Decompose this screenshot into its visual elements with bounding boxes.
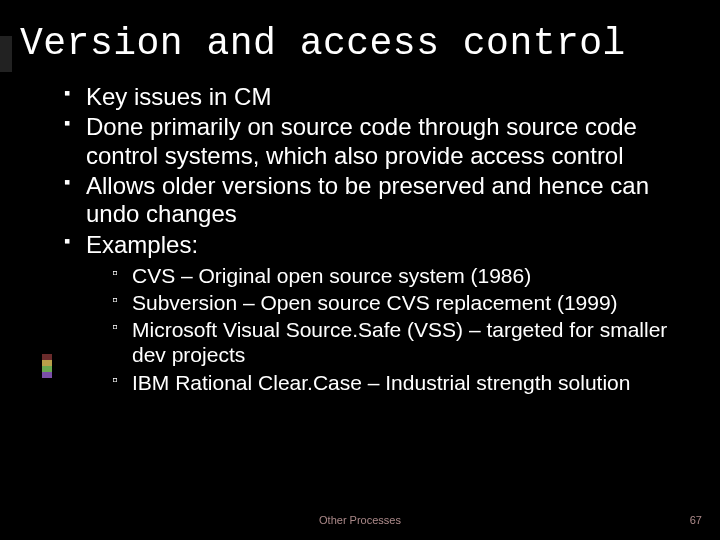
bullet-text: Done primarily on source code through so… — [86, 113, 637, 168]
bullet-item: Examples: CVS – Original open source sys… — [64, 231, 680, 395]
title-accent-block — [0, 36, 12, 72]
sub-bullet-text: Subversion – Open source CVS replacement… — [132, 291, 618, 314]
sub-bullet-item: CVS – Original open source system (1986) — [112, 263, 680, 288]
sub-bullet-text: CVS – Original open source system (1986) — [132, 264, 531, 287]
sub-bullet-item: Microsoft Visual Source.Safe (VSS) – tar… — [112, 317, 680, 367]
accent-stripes — [42, 354, 52, 378]
stripe-4 — [42, 372, 52, 378]
content-area: Key issues in CM Done primarily on sourc… — [0, 65, 720, 395]
sub-bullet-text: Microsoft Visual Source.Safe (VSS) – tar… — [132, 318, 667, 366]
sub-bullet-list: CVS – Original open source system (1986)… — [86, 263, 680, 395]
bullet-list: Key issues in CM Done primarily on sourc… — [64, 83, 680, 395]
bullet-item: Done primarily on source code through so… — [64, 113, 680, 170]
sub-bullet-item: Subversion – Open source CVS replacement… — [112, 290, 680, 315]
slide: Version and access control Key issues in… — [0, 0, 720, 540]
bullet-text: Key issues in CM — [86, 83, 271, 110]
bullet-text: Examples: — [86, 231, 198, 258]
footer-text: Other Processes — [0, 514, 720, 526]
bullet-item: Allows older versions to be preserved an… — [64, 172, 680, 229]
bullet-item: Key issues in CM — [64, 83, 680, 111]
sub-bullet-item: IBM Rational Clear.Case – Industrial str… — [112, 370, 680, 395]
sub-bullet-text: IBM Rational Clear.Case – Industrial str… — [132, 371, 630, 394]
bullet-text: Allows older versions to be preserved an… — [86, 172, 649, 227]
page-number: 67 — [690, 514, 702, 526]
slide-title: Version and access control — [0, 0, 720, 65]
